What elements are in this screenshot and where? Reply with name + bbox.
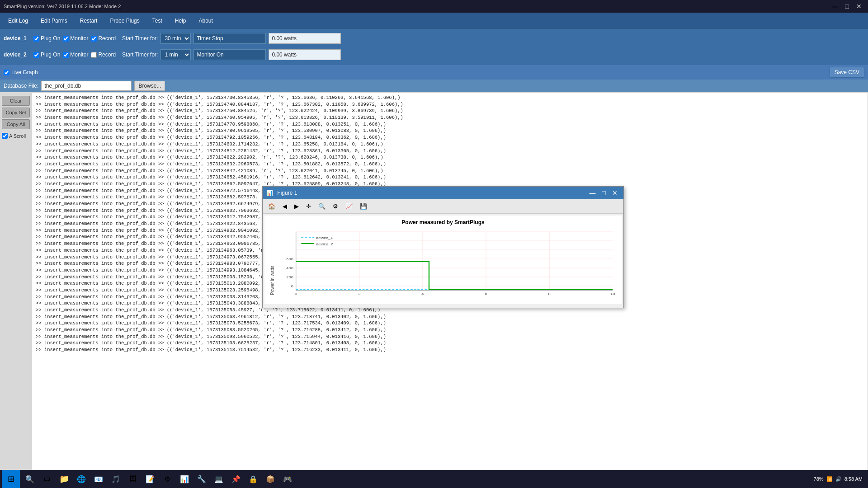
svg-text:400: 400	[286, 266, 293, 270]
figure-maximize-button[interactable]: □	[600, 189, 608, 197]
device1-timer-select[interactable]: 30 min 1 min 5 min	[160, 33, 191, 44]
chart-plot: 0 200 400 600 0 2 4 6 8 10	[275, 227, 618, 295]
toolbar: Live Graph Save CSV	[0, 65, 868, 80]
taskbar-extra5-icon[interactable]: 📦	[262, 471, 278, 487]
live-graph-label: Live Graph	[11, 69, 38, 75]
clear-button[interactable]: Clear	[2, 96, 30, 106]
figure-title: 📊 Figure 1	[266, 190, 297, 196]
log-line: >> insert_measurements into the_prof_db.…	[36, 101, 864, 108]
taskbar-extra1-icon[interactable]: 🔧	[193, 471, 210, 487]
menu-probe-plugs[interactable]: Probe Plugs	[104, 15, 146, 27]
taskbar-extra4-icon[interactable]: 🔒	[245, 471, 261, 487]
figure-close-button[interactable]: ✕	[610, 189, 620, 197]
device2-record-control[interactable]: Record	[91, 52, 116, 58]
figure-forward-button[interactable]: ▶	[292, 201, 302, 211]
device2-monitor-checkbox[interactable]	[63, 52, 69, 58]
log-line: >> insert_measurements into the_prof_db.…	[36, 127, 864, 134]
taskbar-photo-icon[interactable]: 🖼	[125, 471, 141, 487]
log-line: >> insert_measurements into the_prof_db.…	[36, 154, 864, 161]
device2-monitor-control[interactable]: Monitor	[63, 52, 88, 58]
a-scroll-control[interactable]: A Scroll	[2, 133, 30, 139]
figure-settings-button[interactable]: ⚙	[330, 201, 341, 211]
device1-plug-on-control[interactable]: Plug On	[33, 35, 60, 42]
taskbar-search-icon[interactable]: 🔍	[22, 471, 38, 487]
taskbar-media-icon[interactable]: 🎵	[108, 471, 124, 487]
browse-button[interactable]: Browse...	[134, 81, 165, 91]
log-line: >> insert_measurements into the_prof_db.…	[36, 314, 864, 320]
device1-plug-on-label: Plug On	[41, 35, 60, 42]
taskbar-note-icon[interactable]: 📝	[142, 471, 158, 487]
taskbar-extra3-icon[interactable]: 📌	[228, 471, 244, 487]
window-controls: — □ ✕	[829, 1, 864, 11]
log-line: >> insert_measurements into the_prof_db.…	[36, 168, 864, 174]
device2-plug-on-label: Plug On	[41, 52, 60, 58]
figure-content: Power measured by SmartPlugs Power in wa…	[264, 216, 622, 304]
device1-monitor-checkbox[interactable]	[63, 36, 69, 42]
menu-test[interactable]: Test	[146, 15, 169, 27]
live-graph-control[interactable]: Live Graph	[4, 69, 38, 75]
device2-row: device_2 Plug On Monitor Record Start Ti…	[4, 47, 864, 62]
figure-move-button[interactable]: ✛	[303, 201, 314, 211]
live-graph-checkbox[interactable]	[4, 70, 9, 75]
device1-record-checkbox[interactable]	[91, 36, 97, 42]
copy-all-button[interactable]: Copy All	[2, 119, 30, 129]
device2-plug-on-control[interactable]: Plug On	[33, 52, 60, 58]
device1-monitor-control[interactable]: Monitor	[63, 35, 88, 42]
taskbar-extra2-icon[interactable]: 💻	[211, 471, 227, 487]
start-button[interactable]: ⊞	[2, 470, 20, 488]
figure-graph-type-button[interactable]: 📈	[343, 201, 355, 211]
figure-minimize-button[interactable]: —	[587, 189, 598, 197]
menu-bar: Edit Log Edit Parms Restart Probe Plugs …	[0, 13, 868, 29]
taskbar-file-icon[interactable]: 📁	[56, 471, 72, 487]
minimize-button[interactable]: —	[829, 1, 841, 11]
menu-restart[interactable]: Restart	[74, 15, 104, 27]
device1-label: device_1	[4, 35, 31, 42]
save-csv-button[interactable]: Save CSV	[830, 67, 864, 78]
log-line: >> insert_measurements into the_prof_db.…	[36, 121, 864, 128]
database-field[interactable]	[41, 81, 132, 91]
taskbar-icons: 🔍 🗂 📁 🌐 📧 🎵 🖼 📝 ⚙ 📊 🔧 💻 📌 🔒 📦 🎮	[22, 471, 296, 487]
chart-area: Power measured by SmartPlugs Power in wa…	[268, 219, 618, 300]
close-button[interactable]: ✕	[854, 1, 864, 11]
menu-about[interactable]: About	[193, 15, 219, 27]
menu-edit-parms[interactable]: Edit Parms	[34, 15, 74, 27]
svg-text:200: 200	[286, 275, 293, 279]
taskbar-chart-icon[interactable]: 📊	[176, 471, 193, 487]
log-line: >> insert_measurements into the_prof_db.…	[36, 108, 864, 114]
menu-edit-log[interactable]: Edit Log	[2, 15, 34, 27]
maximize-button[interactable]: □	[843, 1, 852, 11]
taskbar-settings-icon[interactable]: ⚙	[159, 471, 175, 487]
menu-help[interactable]: Help	[169, 15, 193, 27]
taskbar-right: 78% 📶 🔊 8:58 AM	[814, 476, 866, 482]
taskbar-extra6-icon[interactable]: 🎮	[279, 471, 296, 487]
device2-timer-label: Start Timer for:	[122, 52, 158, 58]
a-scroll-checkbox[interactable]	[2, 133, 8, 139]
log-line: >> insert_measurements into the_prof_db.…	[36, 327, 864, 333]
device1-record-label: Record	[98, 35, 116, 42]
figure-save-button[interactable]: 💾	[357, 201, 370, 211]
svg-text:0: 0	[295, 292, 297, 295]
device2-record-checkbox[interactable]	[91, 52, 97, 58]
device2-plug-on-checkbox[interactable]	[33, 52, 39, 58]
taskbar-task-view-icon[interactable]: 🗂	[39, 471, 55, 487]
log-line: >> insert_measurements into the_prof_db.…	[36, 174, 864, 181]
device1-row: device_1 Plug On Monitor Record Start Ti…	[4, 31, 864, 46]
taskbar: ⊞ 🔍 🗂 📁 🌐 📧 🎵 🖼 📝 ⚙ 📊 🔧 💻 📌 🔒 📦 🎮 78% 📶 …	[0, 470, 868, 488]
device1-timer-label: Start Timer for:	[122, 35, 158, 42]
device2-timer-select[interactable]: 1 min 30 min 5 min	[160, 49, 191, 60]
figure-back-button[interactable]: ◀	[280, 201, 290, 211]
log-line: >> insert_measurements into the_prof_db.…	[36, 347, 864, 353]
database-row: Database File: Browse...	[0, 80, 868, 92]
device1-record-control[interactable]: Record	[91, 35, 116, 42]
figure-home-button[interactable]: 🏠	[265, 201, 278, 211]
figure-window-controls: — □ ✕	[587, 189, 620, 197]
app-title: SmartPlug version: Ver7 2019 11 06.2 Mod…	[4, 4, 121, 9]
device1-plug-on-checkbox[interactable]	[33, 36, 39, 42]
figure-zoom-button[interactable]: 🔍	[316, 201, 328, 211]
log-line: >> insert_measurements into the_prof_db.…	[36, 148, 864, 155]
copy-sel-button[interactable]: Copy Sel	[2, 108, 30, 117]
taskbar-mail-icon[interactable]: 📧	[90, 471, 107, 487]
svg-text:10: 10	[610, 292, 615, 295]
taskbar-browser-icon[interactable]: 🌐	[73, 471, 90, 487]
svg-text:0: 0	[291, 284, 293, 288]
